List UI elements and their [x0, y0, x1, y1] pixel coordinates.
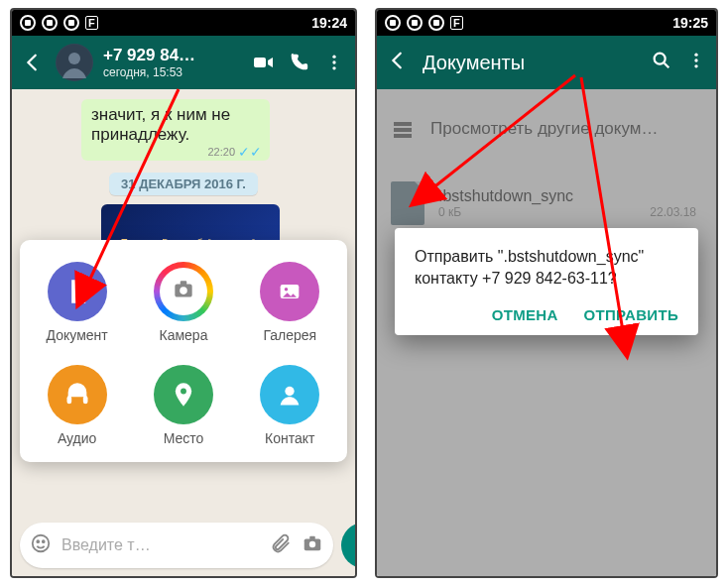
attach-label: Место — [164, 430, 204, 446]
attach-gallery[interactable]: Галерея — [239, 256, 341, 353]
svg-rect-11 — [66, 396, 71, 404]
send-button[interactable]: ОТПРАВИТЬ — [584, 306, 678, 323]
status-icon: F — [85, 16, 98, 30]
chat-title[interactable]: +7 929 84… сегодня, 15:53 — [103, 46, 240, 79]
status-icon — [385, 15, 401, 31]
avatar[interactable] — [56, 44, 93, 81]
svg-point-19 — [309, 541, 315, 547]
status-bar: F 19:24 — [12, 10, 355, 36]
documents-toolbar: Документы — [377, 36, 716, 89]
emoji-icon[interactable] — [30, 532, 52, 558]
documents-body: Просмотреть другие докум… .bstshutdown_s… — [377, 89, 716, 576]
svg-rect-8 — [181, 281, 187, 285]
contact-last-seen: сегодня, 15:53 — [103, 65, 240, 79]
status-time: 19:25 — [672, 15, 708, 31]
documents-title: Документы — [423, 52, 637, 74]
svg-point-3 — [332, 56, 335, 59]
attach-label: Контакт — [265, 430, 314, 446]
compose-box[interactable] — [20, 523, 333, 568]
chat-toolbar: +7 929 84… сегодня, 15:53 — [12, 36, 355, 89]
mic-button[interactable] — [341, 523, 357, 568]
status-icon — [63, 15, 79, 31]
message-text: значит, я к ним не принадлежу. — [91, 105, 230, 144]
svg-point-24 — [694, 59, 697, 61]
svg-point-4 — [332, 60, 335, 63]
back-icon[interactable] — [387, 50, 409, 75]
svg-point-7 — [180, 287, 187, 294]
compose-bar — [20, 523, 347, 568]
status-icon — [407, 15, 423, 31]
svg-point-10 — [285, 288, 289, 292]
send-confirm-dialog: Отправить ".bstshutdown_sync" контакту +… — [395, 228, 698, 335]
video-call-icon[interactable] — [250, 50, 276, 75]
phone-documents-screen: F 19:25 Документы Просмотреть другие док… — [375, 8, 718, 578]
menu-icon[interactable] — [686, 51, 706, 74]
chat-body: значит, я к ним не принадлежу. 22:20 ✓✓ … — [12, 89, 355, 576]
read-ticks-icon: ✓✓ — [238, 145, 262, 159]
dialog-message: Отправить ".bstshutdown_sync" контакту +… — [415, 246, 678, 289]
svg-point-15 — [33, 535, 50, 552]
status-icon — [42, 15, 58, 31]
status-time: 19:24 — [311, 15, 347, 31]
date-separator: 31 ДЕКАБРЯ 2016 Г. — [109, 173, 258, 195]
svg-rect-12 — [82, 396, 87, 404]
menu-icon[interactable] — [321, 50, 347, 75]
cancel-button[interactable]: ОТМЕНА — [492, 306, 558, 323]
svg-rect-2 — [254, 58, 266, 67]
status-icon — [428, 15, 444, 31]
voice-call-icon[interactable] — [286, 50, 311, 75]
status-icon: F — [450, 16, 463, 30]
attach-document[interactable]: Документ — [26, 256, 128, 353]
contact-name: +7 929 84… — [103, 46, 240, 65]
back-icon[interactable] — [20, 50, 46, 75]
svg-point-17 — [43, 540, 45, 542]
status-icon — [20, 15, 36, 31]
svg-point-16 — [37, 540, 39, 542]
svg-point-23 — [694, 54, 697, 57]
camera-icon[interactable] — [302, 532, 323, 558]
status-bar: F 19:25 — [377, 10, 716, 36]
message-input[interactable] — [61, 536, 260, 554]
attach-label: Камера — [160, 327, 208, 343]
phone-chat-screen: F 19:24 +7 929 84… сегодня, 15:53 — [10, 8, 357, 578]
attach-sheet: Документ Камера Галерея Аудио — [20, 240, 347, 462]
svg-point-25 — [694, 64, 697, 67]
attach-label: Документ — [47, 327, 108, 343]
attach-label: Аудио — [58, 430, 97, 446]
attach-label: Галерея — [263, 327, 316, 343]
attach-location[interactable]: Место — [132, 359, 234, 456]
svg-point-22 — [655, 54, 666, 64]
attach-audio[interactable]: Аудио — [26, 359, 128, 456]
svg-point-13 — [181, 389, 186, 395]
svg-point-5 — [332, 66, 335, 69]
svg-point-14 — [286, 387, 295, 396]
search-icon[interactable] — [651, 50, 672, 75]
attach-icon[interactable] — [270, 532, 292, 558]
message-time: 22:20 — [207, 146, 235, 158]
svg-rect-20 — [309, 536, 315, 540]
attach-camera[interactable]: Камера — [132, 256, 234, 353]
svg-point-1 — [68, 53, 80, 64]
message-bubble-outgoing[interactable]: значит, я к ним не принадлежу. 22:20 ✓✓ — [81, 99, 270, 161]
attach-contact[interactable]: Контакт — [239, 359, 341, 456]
